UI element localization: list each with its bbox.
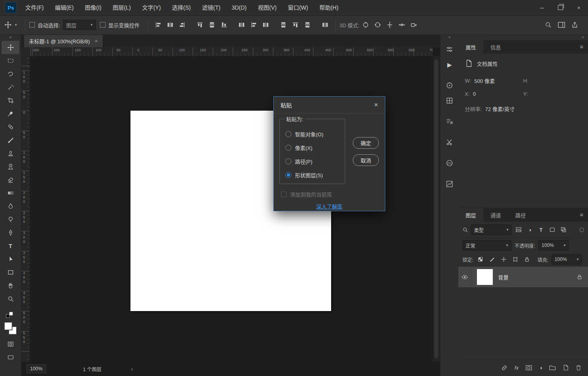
new-adjustment-layer-button[interactable]: ◑ <box>539 365 542 371</box>
tab-info[interactable]: 信息 <box>483 40 508 54</box>
radio-pixels[interactable]: 像素(X) <box>285 144 340 152</box>
show-transform-checkbox[interactable] <box>100 22 106 28</box>
pixel-filter-button[interactable] <box>514 225 523 234</box>
tab-properties[interactable]: 属性 <box>458 40 483 54</box>
eraser-tool[interactable] <box>2 173 19 186</box>
radio-icon[interactable] <box>285 145 291 151</box>
status-chevron-icon[interactable]: › <box>131 366 133 372</box>
expand-panels-button[interactable]: « <box>440 34 459 41</box>
workspace-switcher-button[interactable] <box>557 21 566 28</box>
zoom-tool[interactable] <box>2 292 19 305</box>
distribute-right-edges-button[interactable] <box>301 19 313 30</box>
distribute-horizontal-centers-button[interactable] <box>289 19 301 30</box>
eyedropper-tool[interactable] <box>2 107 19 120</box>
smart-object-filter-button[interactable] <box>559 225 568 234</box>
radio-icon[interactable] <box>285 131 291 137</box>
align-left-edges-button[interactable] <box>194 19 206 30</box>
quick-mask-button[interactable] <box>2 338 19 351</box>
color-panel-button[interactable] <box>442 79 457 92</box>
delete-layer-button[interactable] <box>576 364 582 371</box>
lock-transparency-button[interactable] <box>476 255 485 264</box>
distribute-top-edges-button[interactable] <box>236 19 248 30</box>
dodge-tool[interactable] <box>2 213 19 226</box>
color-swatches[interactable] <box>4 322 16 334</box>
menu-item[interactable]: 编辑(E) <box>49 0 79 15</box>
auto-select-checkbox[interactable] <box>29 22 35 28</box>
gradient-tool[interactable] <box>2 186 19 200</box>
layer-row-background[interactable]: 背景 <box>458 267 588 288</box>
tab-close-icon[interactable]: × <box>95 38 98 44</box>
3d-scale-button[interactable] <box>408 19 420 30</box>
radio-path[interactable]: 路径(P) <box>285 158 340 165</box>
radio-smart-object[interactable]: 智能对象(O) <box>285 130 340 138</box>
menu-item[interactable]: 文件(F) <box>20 0 49 15</box>
foreground-color-swatch[interactable] <box>4 322 12 330</box>
menu-item[interactable]: 文字(Y) <box>136 0 167 15</box>
auto-select-target-dropdown[interactable]: 图层 ▾ <box>63 20 96 30</box>
libraries-panel-button[interactable]: CC <box>442 156 457 170</box>
brush-tool[interactable] <box>2 133 19 147</box>
new-layer-button[interactable] <box>563 364 569 371</box>
align-vertical-centers-button[interactable] <box>164 19 176 30</box>
filter-type-dropdown[interactable]: 类型 ▾ <box>471 224 512 235</box>
menu-item[interactable]: 选择(S) <box>167 0 197 15</box>
tab-paths[interactable]: 路径 <box>508 208 533 222</box>
layer-visibility-toggle[interactable] <box>458 267 472 287</box>
type-tool[interactable]: T <box>2 239 19 253</box>
menu-item[interactable]: 图层(L) <box>107 0 136 15</box>
distribute-vertical-centers-button[interactable] <box>248 19 260 30</box>
3d-pan-button[interactable] <box>384 19 396 30</box>
tab-layers[interactable]: 图层 <box>458 208 483 222</box>
lock-pixels-button[interactable] <box>488 255 496 264</box>
shape-filter-button[interactable] <box>548 225 557 234</box>
close-button[interactable]: × <box>570 0 588 15</box>
history-brush-tool[interactable] <box>2 160 19 173</box>
add-to-library-checkbox[interactable] <box>281 192 287 197</box>
distribute-spacing-button[interactable] <box>319 19 331 30</box>
lock-all-button[interactable] <box>523 255 531 264</box>
menu-item[interactable]: 图像(I) <box>79 0 107 15</box>
radio-icon[interactable] <box>285 158 291 164</box>
adjustments-panel-button[interactable] <box>442 177 457 191</box>
tools-panel-expand-button[interactable]: » <box>0 34 21 41</box>
filter-toggle-button[interactable] <box>580 228 584 232</box>
maximize-button[interactable] <box>551 0 570 15</box>
radio-shape-layer[interactable]: 形状图层(S) <box>285 171 340 179</box>
align-bottom-edges-button[interactable] <box>176 19 188 30</box>
ruler-origin-corner[interactable] <box>21 47 30 57</box>
align-top-edges-button[interactable] <box>152 19 164 30</box>
character-styles-panel-button[interactable] <box>442 115 457 128</box>
rectangle-tool[interactable] <box>2 266 19 279</box>
blur-tool[interactable] <box>2 200 19 213</box>
distribute-bottom-edges-button[interactable] <box>260 19 272 30</box>
layer-thumbnail[interactable] <box>476 269 493 285</box>
menu-item[interactable]: 帮助(H) <box>314 0 344 15</box>
default-colors-button[interactable] <box>6 312 15 318</box>
paste-dialog-titlebar[interactable]: 粘贴 × <box>274 97 385 113</box>
panel-menu-button[interactable]: ≡ <box>575 208 588 222</box>
screen-mode-button[interactable] <box>2 351 19 364</box>
lasso-tool[interactable] <box>2 67 19 81</box>
menu-item[interactable]: 滤镜(T) <box>196 0 226 15</box>
3d-roll-button[interactable] <box>372 19 384 30</box>
collapse-panels-button[interactable]: « <box>458 34 588 40</box>
radio-icon-selected[interactable] <box>285 172 291 178</box>
adjustment-filter-button[interactable]: ◑ <box>525 225 534 234</box>
share-button[interactable] <box>571 21 578 28</box>
crop-tool[interactable] <box>2 94 19 107</box>
hand-tool[interactable] <box>2 279 19 292</box>
dialog-close-button[interactable]: × <box>374 101 378 108</box>
panel-menu-button[interactable]: ≡ <box>575 40 588 54</box>
scrollbar-thumb[interactable] <box>434 59 438 358</box>
align-right-edges-button[interactable] <box>218 19 230 30</box>
menu-item[interactable]: 窗口(W) <box>282 0 314 15</box>
cancel-button[interactable]: 取消 <box>353 154 379 166</box>
lock-artboard-button[interactable] <box>511 255 520 264</box>
rectangular-marquee-tool[interactable] <box>2 54 19 67</box>
minimize-button[interactable]: ─ <box>533 0 551 15</box>
pen-tool[interactable] <box>2 226 19 239</box>
type-filter-button[interactable]: T <box>537 225 545 234</box>
menu-item[interactable]: 视图(V) <box>252 0 282 15</box>
align-horizontal-centers-button[interactable] <box>206 19 218 30</box>
new-group-button[interactable] <box>549 365 556 371</box>
